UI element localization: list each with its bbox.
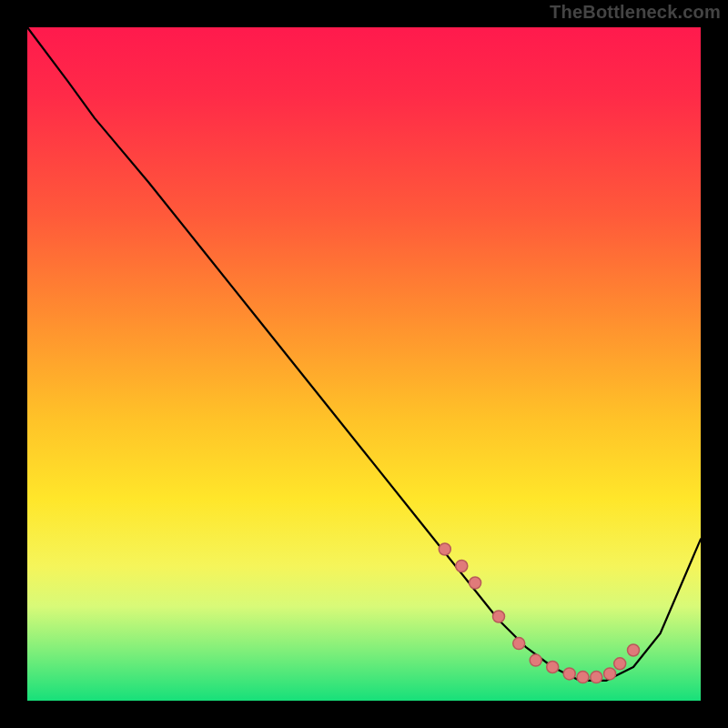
watermark-text: TheBottleneck.com: [550, 2, 721, 23]
marker-dot: [513, 638, 525, 650]
marker-dot: [493, 611, 505, 622]
marker-dot: [563, 668, 575, 680]
marker-dot: [439, 543, 450, 555]
chart-svg: [27, 27, 701, 701]
marker-dot: [547, 662, 559, 673]
marker-dot: [456, 561, 468, 572]
plot-area: [27, 27, 701, 701]
chart-frame: TheBottleneck.com: [0, 0, 728, 728]
marker-dot: [628, 644, 640, 656]
marker-dot: [577, 672, 589, 683]
marker-group: [439, 543, 639, 683]
marker-dot: [614, 658, 626, 670]
bottleneck-curve: [27, 27, 701, 681]
marker-dot: [470, 577, 481, 589]
marker-dot: [604, 668, 616, 680]
marker-dot: [591, 672, 602, 683]
marker-dot: [530, 654, 541, 666]
